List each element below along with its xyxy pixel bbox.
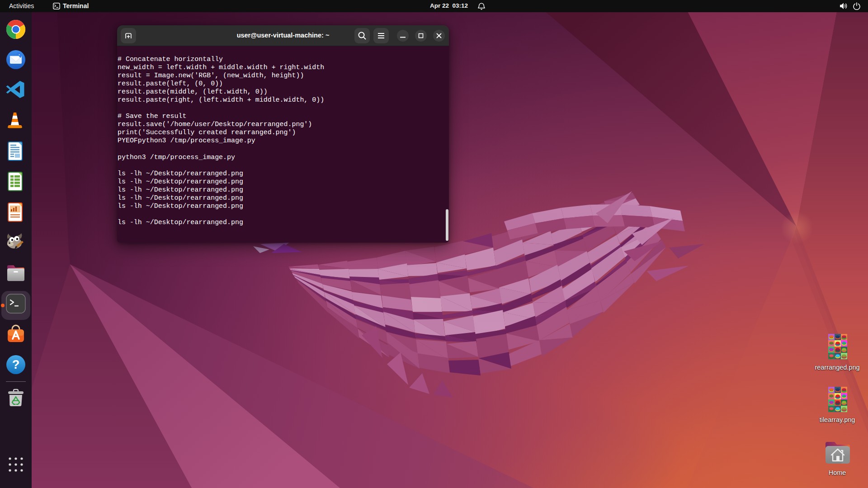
svg-text:?: ? bbox=[12, 358, 20, 371]
